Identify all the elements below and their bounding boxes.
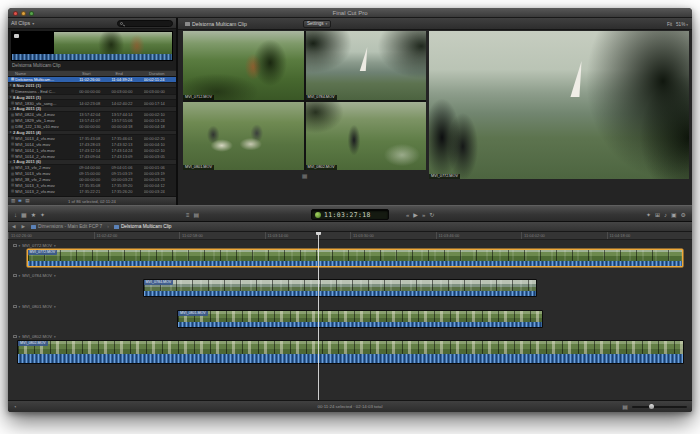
clip-appearance-icon[interactable]: ▤ (25, 199, 29, 204)
zoom-slider-knob[interactable] (649, 404, 654, 409)
browser-clip-row[interactable]: ▤DIM_122_130_v10.mov00:00:00:0000:00:04:… (8, 124, 176, 130)
browser-clip-row[interactable]: ▤Delstorna Multicam…11:02:26:0011:04:39:… (8, 77, 176, 83)
timeline-clip[interactable]: MVI_0801.MOV (177, 310, 543, 328)
browser-clip-row[interactable]: ▤MVI_13_vfx_2.mov09:04:00:0009:04:01:060… (8, 165, 176, 171)
browser-clip-row[interactable]: ▤MVI_1014_vfx.mov17:43:28:0317:43:32:130… (8, 141, 176, 147)
clip-name-text: MVI_1013_vfx.mov (15, 171, 50, 176)
timeline-clip[interactable]: MVI_0784.MOV (143, 279, 538, 297)
browser-clip-row[interactable]: ▤MVI_0824_vfx_4.mov13:57:42:0413:57:44:1… (8, 112, 176, 118)
checkbox-icon[interactable] (13, 244, 17, 248)
timeline-pane: ◀ ▶ Dimensions - Main Edit FCP 7 › Delst… (8, 222, 692, 412)
checkbox-icon[interactable] (13, 305, 17, 309)
search-input[interactable] (117, 20, 173, 27)
timeline-ruler[interactable]: 11:02:26:0011:02:42:0011:02:58:0011:03:1… (8, 232, 692, 240)
filmstrip-view-icon[interactable]: ▥ (11, 199, 15, 204)
disclosure-icon[interactable]: ▾ (19, 335, 21, 339)
gear-icon[interactable]: ⚙ (681, 212, 686, 218)
history-back-button[interactable]: ◀ (12, 224, 17, 229)
angle-cell-1[interactable]: MVI_0712.MOV (183, 31, 304, 100)
timeline-tab-multicam[interactable]: Delstorna Multicam Clip (114, 224, 172, 229)
column-end[interactable]: End (116, 71, 150, 76)
browser-clip-row[interactable]: ▤MVI_1013_4_vfx.mov17:35:43:0817:35:46:0… (8, 135, 176, 141)
column-start[interactable]: Start (82, 71, 116, 76)
playhead[interactable] (318, 232, 319, 400)
play-icon[interactable]: ▶ (413, 212, 418, 218)
track-header[interactable]: ▾MVI_0784.MOV▾ (11, 272, 689, 279)
photos-icon[interactable]: ▣ (671, 212, 677, 218)
clip-name-text: MVI_1014_1_vfx.mov (15, 148, 55, 153)
settings-button[interactable]: Settings ▾ (303, 20, 331, 28)
filter-label[interactable]: All Clips (11, 20, 30, 26)
timeline-tab-project[interactable]: Dimensions - Main Edit FCP 7 (31, 224, 102, 229)
clip-duration: 00:00:02:20 (144, 136, 176, 141)
zoom-level-button[interactable]: 51%▾ (676, 22, 688, 27)
track-header[interactable]: ▾MVI_0772.MOV▾ (11, 242, 689, 249)
title-bar[interactable]: Final Cut Pro (8, 8, 692, 18)
clip-duration: 00:00:03:05 (144, 154, 176, 159)
index-icon[interactable]: ≡ (186, 212, 190, 218)
list-view-icon[interactable]: ≣ (18, 199, 22, 204)
timeline-clip[interactable]: MVI_0772.MOV (27, 249, 683, 267)
timecode-display[interactable]: 11:03:27:18 (311, 209, 389, 220)
history-forward-button[interactable]: ▶ (22, 224, 27, 229)
skip-back-icon[interactable]: « (406, 212, 409, 218)
minimize-button[interactable] (21, 11, 26, 16)
media-browser-icon[interactable]: ▦ (21, 212, 27, 218)
browser-clip-row[interactable]: ▤Dimensions - End C…00:00:00:0000:03:00:… (8, 88, 176, 94)
checkbox-icon[interactable] (13, 274, 17, 278)
disclosure-icon[interactable]: ▾ (19, 274, 21, 278)
track-header[interactable]: ▾MVI_0802.MOV▾ (11, 333, 689, 340)
clip-filmstrip (178, 311, 542, 322)
browser-clip-row[interactable]: ▤MVI_1013_2_vfx.mov17:35:22:2117:35:26:2… (8, 188, 176, 194)
clip-appearance-button[interactable]: ▤ (622, 404, 628, 410)
clip-start: 14:02:23:08 (79, 101, 111, 106)
timeline-clip[interactable]: MVI_0802.MOV (17, 340, 684, 364)
browser-clip-row[interactable]: ▤MVI_1014_1_vfx.mov17:43:12:1417:43:14:2… (8, 147, 176, 153)
skip-forward-icon[interactable]: » (422, 212, 425, 218)
clip-duration: 00:00:02:10 (144, 112, 176, 117)
main-viewer[interactable]: MVI_0772.MOV (429, 31, 689, 179)
clip-start: 13:57:41:07 (79, 118, 111, 123)
column-name[interactable]: Name (8, 71, 82, 76)
clip-name: ▤Dimensions - End C… (8, 89, 79, 94)
music-icon[interactable]: ♪ (664, 212, 667, 218)
clip-start: 00:00:00:00 (79, 89, 111, 94)
analyze-icon[interactable]: ✦ (40, 212, 45, 218)
clip-duration: 00:03:00:00 (144, 89, 176, 94)
toolbar-right-icons: ✦⊞♪▣⚙ (646, 206, 686, 223)
close-button[interactable] (13, 11, 18, 16)
import-media-icon[interactable]: ↓ (14, 212, 17, 218)
angle-cell-3[interactable]: MVI_0801.MOV (183, 102, 304, 171)
keyword-icon[interactable]: ★ (31, 212, 36, 218)
transitions-icon[interactable]: ⊞ (655, 212, 660, 218)
checkbox-icon[interactable] (13, 335, 17, 339)
angle-cell-4[interactable]: MVI_0802.MOV (306, 102, 427, 171)
effects-icon[interactable]: ✦ (646, 212, 651, 218)
clip-start: 17:43:28:03 (79, 142, 111, 147)
browser-clip-row[interactable]: ▤MVI_1830_vfx_song…14:02:23:0814:02:40:2… (8, 100, 176, 106)
browser-clip-row[interactable]: ▤MVI_1014_2_vfx.mov17:43:09:0417:43:13:0… (8, 153, 176, 159)
timeline-zoom-slider[interactable] (632, 406, 687, 408)
fit-button[interactable]: Fit (667, 22, 672, 27)
zoom-button[interactable] (29, 11, 34, 16)
group-label: 8 Aug 2011 (1) (13, 95, 41, 100)
track-lane: MVI_0772.MOV (11, 249, 689, 267)
browser-clip-row[interactable]: ▤MVI_1829_vfx_1.mov13:57:41:0713:57:55:0… (8, 118, 176, 124)
angle-viewer-mode-icon[interactable]: ▦ (183, 172, 426, 179)
clip-start: 09:04:00:00 (79, 165, 111, 170)
clip-waveform (18, 354, 683, 363)
appearance-icon[interactable]: ▤ (194, 212, 200, 218)
group-label: 8 Nov 2011 (1) (13, 83, 41, 88)
disclosure-icon[interactable]: ▾ (19, 244, 21, 248)
disclosure-icon[interactable]: ▾ (19, 305, 21, 309)
clip-preview-filmstrip[interactable] (11, 31, 173, 61)
browser-clip-row[interactable]: ▤MVI_1013_vfx.mov09:15:00:0009:15:03:190… (8, 171, 176, 177)
loop-icon[interactable]: ↻ (429, 212, 434, 218)
track-lane: MVI_0784.MOV (11, 279, 689, 297)
track-header[interactable]: ▾MVI_0801.MOV▾ (11, 303, 689, 310)
browser-clip-row[interactable]: ▤MVI_1013_3_vfx.mov17:35:35:0817:35:39:2… (8, 183, 176, 189)
column-duration[interactable]: Duration (149, 71, 176, 76)
browser-clip-row[interactable]: ▤MVI_38_vfx_2.mov00:00:00:0000:00:03:230… (8, 177, 176, 183)
timeline-index-icon[interactable]: ◔ (13, 404, 17, 410)
angle-cell-2[interactable]: MVI_0784.MOV (306, 31, 427, 100)
